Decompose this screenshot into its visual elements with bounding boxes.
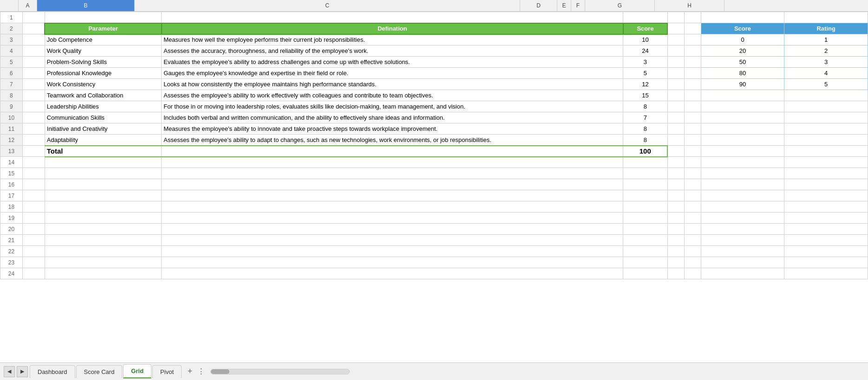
horizontal-scrollbar[interactable]: [210, 369, 350, 374]
rating-rating-cell: 5: [784, 79, 868, 90]
table-row: 20: [0, 224, 868, 235]
def-cell[interactable]: For those in or moving into leadership r…: [162, 101, 623, 112]
table-row: 5 Problem-Solving Skills Evaluates the e…: [0, 57, 868, 68]
table-row: 17: [0, 190, 868, 201]
param-cell[interactable]: Leadership Abilities: [45, 101, 161, 112]
def-cell[interactable]: Measures how well the employee performs …: [162, 34, 623, 45]
param-cell[interactable]: Problem-Solving Skills: [45, 57, 161, 68]
row-number: 2: [0, 23, 23, 34]
table-row: 4 Work Quality Assesses the accuracy, th…: [0, 45, 868, 57]
param-cell[interactable]: Teamwork and Collaboration: [45, 90, 161, 101]
param-cell[interactable]: Adaptability: [45, 135, 161, 146]
row-number: 7: [0, 79, 23, 90]
score-cell[interactable]: 5: [623, 68, 668, 79]
def-cell[interactable]: Assesses the employee's ability to adapt…: [162, 135, 623, 146]
col-header-h[interactable]: H: [655, 0, 724, 11]
row-number: 8: [0, 90, 23, 101]
row-number: 5: [0, 57, 23, 68]
col-header-a[interactable]: A: [19, 0, 37, 11]
rating-rating-cell: 1: [784, 34, 868, 45]
def-cell[interactable]: Measures the employee's ability to innov…: [162, 123, 623, 135]
col-header-f[interactable]: F: [571, 0, 585, 11]
sheet-options-button[interactable]: ⋮: [196, 366, 207, 377]
horizontal-scrollbar-area: [210, 369, 864, 374]
def-cell[interactable]: Assesses the employee's ability to work …: [162, 90, 623, 101]
tab-scorecard[interactable]: Score Card: [76, 365, 123, 378]
row-number: 11: [0, 123, 23, 135]
row-number: 9: [0, 101, 23, 112]
table-row: 9 Leadership Abilities For those in or m…: [0, 101, 868, 112]
tab-bar: ◀ ▶ Dashboard Score Card Grid Pivot + ⋮: [0, 362, 868, 380]
scrollbar-thumb[interactable]: [211, 369, 229, 374]
param-cell[interactable]: Work Quality: [45, 45, 161, 57]
table-row: 14: [0, 157, 868, 168]
column-header-row: A B C D E F G H: [0, 0, 868, 12]
score-cell[interactable]: 8: [623, 123, 668, 135]
row-number: 23: [0, 257, 23, 268]
col-header-b[interactable]: B: [37, 0, 135, 11]
row-number: 12: [0, 135, 23, 146]
rating-rating-cell: 4: [784, 68, 868, 79]
row-number: 18: [0, 201, 23, 213]
score-header: Score: [623, 23, 668, 34]
score-cell[interactable]: 10: [623, 34, 668, 45]
param-cell[interactable]: Initiative and Creativity: [45, 123, 161, 135]
def-cell[interactable]: Assesses the accuracy, thoroughness, and…: [162, 45, 623, 57]
table-row: 12 Adaptability Assesses the employee's …: [0, 135, 868, 146]
score-cell[interactable]: 7: [623, 112, 668, 123]
score-cell[interactable]: 3: [623, 57, 668, 68]
table-row: 22: [0, 246, 868, 257]
table-row: 6 Professional Knowledge Gauges the empl…: [0, 68, 868, 79]
param-cell[interactable]: Communication Skills: [45, 112, 161, 123]
table-row: 19: [0, 213, 868, 224]
row-number: 13: [0, 146, 23, 157]
tab-pivot[interactable]: Pivot: [152, 365, 182, 378]
total-row: 13 Total 100: [0, 146, 868, 157]
score-cell[interactable]: 24: [623, 45, 668, 57]
score-cell[interactable]: 15: [623, 90, 668, 101]
tab-nav-left[interactable]: ◀: [4, 366, 15, 377]
table-row: 16: [0, 179, 868, 190]
row-number: 1: [0, 12, 23, 23]
header-row: 2 Parameter Defination Score Score Ratin…: [0, 23, 868, 34]
tab-grid[interactable]: Grid: [123, 364, 151, 379]
rating-score-header: Score: [701, 23, 784, 34]
def-cell[interactable]: Includes both verbal and written communi…: [162, 112, 623, 123]
main-grid: 1 2 Parameter Defination Score: [0, 12, 868, 279]
def-cell[interactable]: Evaluates the employee's ability to addr…: [162, 57, 623, 68]
total-label: Total: [45, 146, 161, 157]
table-row: 8 Teamwork and Collaboration Assesses th…: [0, 90, 868, 101]
def-cell[interactable]: Looks at how consistently the employee m…: [162, 79, 623, 90]
rating-score-cell: 80: [701, 68, 784, 79]
param-cell[interactable]: Job Competence: [45, 34, 161, 45]
add-sheet-button[interactable]: +: [184, 366, 196, 377]
row-number: 4: [0, 45, 23, 57]
tab-nav-right[interactable]: ▶: [17, 366, 28, 377]
score-cell[interactable]: 8: [623, 135, 668, 146]
rating-score-cell: 50: [701, 57, 784, 68]
row-number: 15: [0, 168, 23, 179]
col-header-d[interactable]: D: [520, 0, 557, 11]
col-header-g[interactable]: G: [585, 0, 655, 11]
score-cell[interactable]: 12: [623, 79, 668, 90]
table-row: 10 Communication Skills Includes both ve…: [0, 112, 868, 123]
row-number: 10: [0, 112, 23, 123]
row-number: 16: [0, 179, 23, 190]
spreadsheet-container: A B C D E F G H 1: [0, 0, 868, 380]
score-cell[interactable]: 8: [623, 101, 668, 112]
rating-score-cell: 0: [701, 34, 784, 45]
param-cell[interactable]: Work Consistency: [45, 79, 161, 90]
col-header-e[interactable]: E: [557, 0, 571, 11]
total-score: 100: [623, 146, 668, 157]
row-number: 22: [0, 246, 23, 257]
row-number: 14: [0, 157, 23, 168]
def-cell[interactable]: Gauges the employee's knowledge and expe…: [162, 68, 623, 79]
rating-score-cell: 90: [701, 79, 784, 90]
tab-dashboard[interactable]: Dashboard: [30, 365, 75, 378]
table-row: 15: [0, 168, 868, 179]
param-cell[interactable]: Professional Knowledge: [45, 68, 161, 79]
rating-rating-cell: 2: [784, 45, 868, 57]
grid-area[interactable]: 1 2 Parameter Defination Score: [0, 12, 868, 362]
rating-rating-header: Rating: [784, 23, 868, 34]
col-header-c[interactable]: C: [135, 0, 520, 11]
